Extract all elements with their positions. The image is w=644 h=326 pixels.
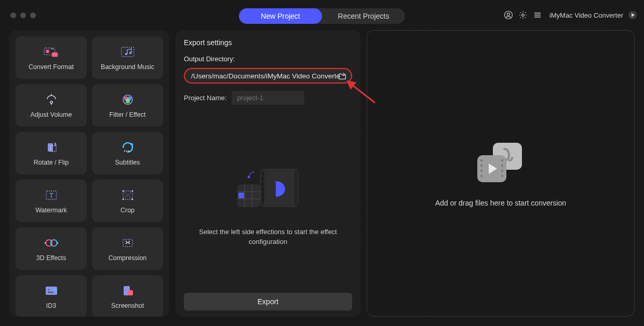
minimize-window-dot[interactable]: [20, 12, 26, 18]
tool-3d-effects[interactable]: 3D Effects: [16, 227, 87, 270]
svg-point-49: [480, 170, 482, 172]
convert-format-icon: [43, 45, 60, 59]
svg-rect-34: [294, 171, 298, 205]
svg-rect-40: [262, 198, 264, 201]
svg-rect-27: [123, 239, 132, 247]
tool-subtitles[interactable]: Subtitles: [92, 132, 163, 174]
tool-label: Subtitles: [115, 159, 140, 166]
tool-label: Convert Format: [29, 63, 74, 71]
tool-compression[interactable]: Compression: [92, 227, 163, 270]
svg-rect-35: [262, 172, 264, 175]
tool-watermark[interactable]: T Watermark: [16, 180, 87, 222]
subtitles-icon: [119, 140, 136, 155]
svg-point-50: [480, 175, 482, 177]
tool-label: Screenshot: [111, 302, 144, 309]
tool-id3[interactable]: ID3: [16, 275, 87, 317]
browse-folder-icon[interactable]: [338, 71, 347, 80]
svg-rect-5: [51, 52, 57, 57]
svg-point-53: [501, 170, 503, 172]
export-button[interactable]: Export: [184, 293, 352, 310]
watermark-icon: T: [43, 188, 60, 202]
export-settings-heading: Export settings: [184, 38, 354, 47]
drop-zone-panel: Add or drag files here to start conversi…: [367, 30, 635, 317]
svg-point-2: [522, 14, 525, 17]
svg-point-0: [504, 11, 512, 19]
tool-crop[interactable]: Crop: [92, 180, 163, 222]
effect-placeholder-icon: [229, 161, 307, 219]
3d-effects-icon: [43, 236, 60, 250]
tool-convert-format[interactable]: Convert Format: [16, 36, 87, 79]
tool-label: Filter / Effect: [110, 111, 146, 118]
drop-zone[interactable]: Add or drag files here to start conversi…: [367, 30, 635, 317]
tool-label: 3D Effects: [36, 254, 66, 262]
tool-screenshot[interactable]: Screenshot: [92, 275, 163, 317]
tool-filter-effect[interactable]: Filter / Effect: [92, 84, 163, 127]
svg-point-12: [126, 99, 130, 103]
close-window-dot[interactable]: [10, 12, 16, 18]
window-controls: [10, 12, 36, 18]
svg-point-48: [480, 165, 482, 167]
svg-point-4: [46, 50, 49, 53]
tool-label: Crop: [120, 207, 135, 214]
svg-rect-42: [238, 193, 244, 198]
tab-recent-projects[interactable]: Recent Projects: [322, 8, 405, 24]
svg-point-21: [122, 191, 124, 192]
background-music-icon: [119, 45, 136, 59]
rotate-flip-icon: [43, 140, 60, 155]
output-directory-field[interactable]: /Users/mac/Documents/iMyMac Video Conver…: [184, 68, 352, 84]
output-directory-label: Output Directory:: [184, 55, 354, 63]
svg-rect-36: [262, 177, 264, 180]
tool-rotate-flip[interactable]: Rotate / Flip: [16, 132, 87, 174]
svg-point-23: [122, 199, 124, 200]
preview-play-icon[interactable]: [628, 11, 637, 19]
compression-icon: [119, 236, 136, 250]
svg-point-54: [501, 175, 503, 177]
project-name-input[interactable]: [232, 91, 304, 105]
effect-placeholder-caption: Select the left side effections to start…: [190, 227, 346, 247]
tools-sidebar: Convert Format Background Music Adjust V…: [9, 30, 169, 317]
svg-rect-6: [122, 47, 134, 57]
svg-rect-39: [262, 193, 264, 196]
screenshot-icon: [119, 283, 136, 298]
tool-label: Background Music: [101, 63, 154, 71]
account-icon[interactable]: [504, 10, 513, 20]
app-window: New Project Recent Projects iMyMac Video…: [0, 0, 644, 326]
tool-background-music[interactable]: Background Music: [92, 36, 163, 79]
header-right: iMyMac Video Converter: [504, 10, 637, 20]
project-name-label: Project Name:: [184, 94, 226, 102]
tool-label: ID3: [46, 302, 56, 309]
maximize-window-dot[interactable]: [30, 12, 36, 18]
crop-icon: [119, 188, 136, 202]
adjust-volume-icon: [43, 92, 60, 107]
tool-adjust-volume[interactable]: Adjust Volume: [16, 84, 87, 127]
svg-point-51: [501, 159, 503, 161]
id3-icon: [43, 283, 60, 298]
menu-icon[interactable]: [533, 10, 542, 20]
svg-point-24: [131, 199, 133, 200]
tab-new-project[interactable]: New Project: [239, 8, 322, 24]
tool-label: Watermark: [35, 207, 67, 214]
svg-rect-37: [262, 182, 264, 185]
svg-point-1: [507, 13, 509, 16]
app-title: iMyMac Video Converter: [549, 11, 623, 19]
drop-zone-text: Add or drag files here to start conversi…: [435, 199, 566, 207]
main-tabs: New Project Recent Projects: [239, 8, 405, 24]
tool-label: Adjust Volume: [31, 111, 72, 118]
filter-effect-icon: [119, 92, 136, 107]
svg-point-26: [50, 240, 57, 246]
svg-point-22: [131, 191, 133, 192]
svg-point-43: [248, 175, 250, 178]
svg-point-15: [124, 151, 125, 152]
drop-zone-icon: [472, 140, 529, 186]
svg-rect-13: [48, 143, 53, 152]
svg-point-52: [501, 165, 503, 167]
svg-point-29: [48, 289, 49, 290]
tool-label: Rotate / Flip: [34, 159, 69, 166]
tool-label: Compression: [109, 254, 147, 262]
svg-point-16: [126, 151, 127, 152]
svg-point-17: [128, 151, 129, 152]
settings-icon[interactable]: [518, 10, 528, 20]
svg-text:T: T: [49, 192, 53, 199]
export-settings-panel: Export settings Output Directory: /Users…: [176, 30, 360, 317]
output-directory-value: /Users/mac/Documents/iMyMac Video Conver…: [191, 72, 340, 80]
